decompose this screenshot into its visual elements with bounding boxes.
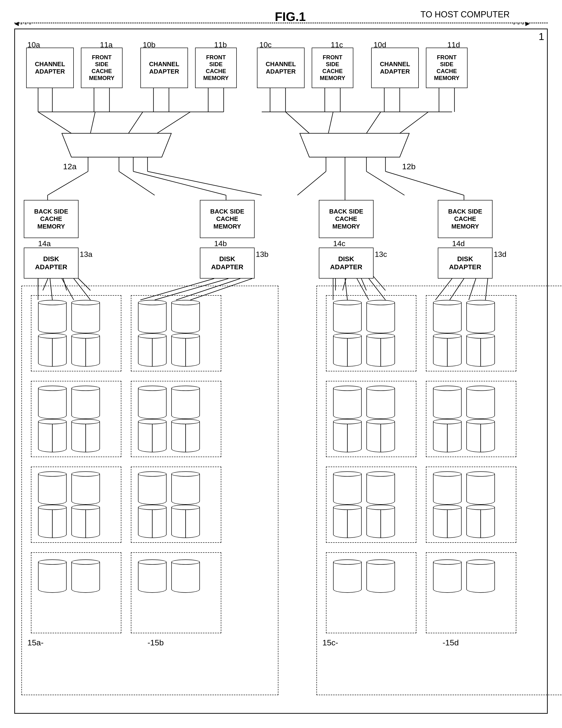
disk-L3-B4 [171,505,200,538]
disk-L4-A1 [38,559,67,593]
disk-L2-A2 [71,386,100,419]
disk-L2-B1 [138,386,167,419]
disk-R4-B2 [466,559,495,593]
arrow-left-icon: ◄- - - [13,20,31,28]
disk-adapter-13c: DISKADAPTER [319,248,373,279]
ref-11a: 11a [100,40,113,49]
disk-L2-A1 [38,386,67,419]
disk-R3-B4 [466,505,495,538]
ref-15d: -15d [442,638,459,647]
disk-R1-A4 [366,333,395,367]
disk-R3-A2 [366,471,395,505]
disk-L3-A1 [38,471,67,505]
ref-11c: 11c [331,40,343,49]
disk-L3-A4 [71,505,100,538]
disk-R2-A1 [333,386,362,419]
ref-12a: 12a [63,162,77,171]
disk-L2-B4 [171,419,200,452]
disk-R4-A2 [366,559,395,593]
ref-15b: -15b [148,638,164,647]
disk-R2-B3 [433,419,462,452]
disk-R4-A1 [333,559,362,593]
disk-R4-B1 [433,559,462,593]
disk-R1-B3 [433,333,462,367]
disk-L2-A3 [38,419,67,452]
disk-R2-B4 [466,419,495,452]
disk-R1-B4 [466,333,495,367]
disk-L2-A4 [71,419,100,452]
ref-10d: 10d [373,40,386,49]
channel-adapter-10b: CHANNELADAPTER [140,48,188,88]
arrow-right-icon: - - -► [513,20,531,28]
ref-14c: 14c [333,239,345,248]
disk-L3-B1 [138,471,167,505]
to-host-label: TO HOST COMPUTER [420,10,510,20]
back-cache-14a: BACK SIDECACHEMEMORY [24,200,79,238]
disk-R2-A2 [366,386,395,419]
disk-L4-A2 [71,559,100,593]
channel-adapter-10d: CHANNELADAPTER [371,48,419,88]
back-cache-14b: BACK SIDECACHEMEMORY [200,200,255,238]
page: FIG.1 TO HOST COMPUTER ◄- - - - - -► 1 C… [0,0,562,728]
ref-1-label: 1 [539,31,544,42]
disk-R2-B2 [466,386,495,419]
disk-R2-A3 [333,419,362,452]
channel-adapter-10c: CHANNELADAPTER [257,48,304,88]
disk-R3-A1 [333,471,362,505]
disk-R2-A4 [366,419,395,452]
front-cache-11b: FRONTSIDECACHEMEMORY [195,48,237,88]
disk-R3-A3 [333,505,362,538]
disk-R3-B2 [466,471,495,505]
ref-10b: 10b [143,40,155,49]
disk-L3-A3 [38,505,67,538]
disk-L1-A4 [71,333,100,367]
ref-11b: 11b [214,40,227,49]
disk-R1-A1 [333,300,362,333]
ref-14b: 14b [214,239,227,248]
disk-L1-A2 [71,300,100,333]
disk-L3-A2 [71,471,100,505]
disk-L1-B4 [171,333,200,367]
disk-L1-A1 [38,300,67,333]
disk-L1-B2 [171,300,200,333]
disk-R1-B2 [466,300,495,333]
back-cache-14c: BACK SIDECACHEMEMORY [319,200,373,238]
disk-R1-A2 [366,300,395,333]
disk-L3-B2 [171,471,200,505]
disk-L1-B1 [138,300,167,333]
disk-adapter-13b: DISKADAPTER [200,248,255,279]
front-cache-11c: FRONTSIDECACHEMEMORY [312,48,353,88]
ref-13d: 13d [494,250,506,259]
front-cache-11a: FRONTSIDECACHEMEMORY [81,48,123,88]
disk-R1-B1 [433,300,462,333]
disk-L4-B2 [171,559,200,593]
channel-adapter-10a: CHANNELADAPTER [26,48,74,88]
ref-15a: 15a- [27,638,44,647]
ref-12b: 12b [402,162,416,171]
ref-10c: 10c [260,40,272,49]
ref-14a: 14a [38,239,51,248]
disk-adapter-13d: DISKADAPTER [438,248,492,279]
disk-R3-A4 [366,505,395,538]
disk-R2-B1 [433,386,462,419]
disk-L1-B3 [138,333,167,367]
ref-15c: 15c- [322,638,338,647]
disk-R3-B3 [433,505,462,538]
figure-title: FIG.1 [275,10,306,24]
ref-13a: 13a [80,250,92,259]
ref-11d: 11d [447,40,460,49]
ref-13b: 13b [256,250,269,259]
back-cache-14d: BACK SIDECACHEMEMORY [438,200,492,238]
disk-L2-B2 [171,386,200,419]
front-cache-11d: FRONTSIDECACHEMEMORY [426,48,467,88]
disk-L4-B1 [138,559,167,593]
disk-L3-B3 [138,505,167,538]
ref-10a: 10a [27,40,40,49]
ref-14d: 14d [452,239,465,248]
disk-L2-B3 [138,419,167,452]
disk-R1-A3 [333,333,362,367]
ref-13c: 13c [375,250,387,259]
disk-adapter-13a: DISKADAPTER [24,248,79,279]
disk-L1-A3 [38,333,67,367]
disk-R3-B1 [433,471,462,505]
